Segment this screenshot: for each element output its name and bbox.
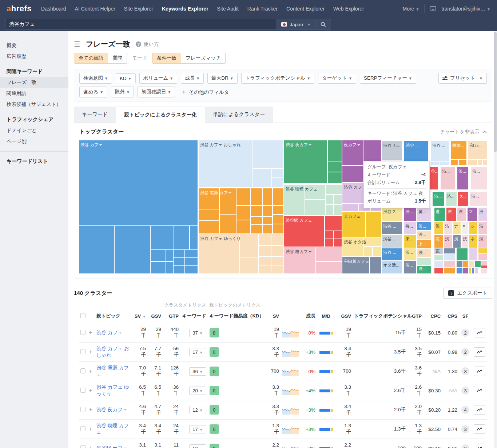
treemap-block[interactable] <box>271 257 283 265</box>
treemap-block[interactable] <box>263 217 272 224</box>
treemap-block[interactable] <box>444 254 455 260</box>
treemap-block[interactable] <box>272 178 283 187</box>
treemap-block[interactable] <box>441 167 455 189</box>
menu-icon[interactable]: ☰ <box>74 40 80 48</box>
treemap-block[interactable] <box>240 257 258 273</box>
filter-5[interactable]: 最大DR▼ <box>207 73 237 84</box>
sidebar-item-1-2[interactable]: 広告履歴 <box>0 51 68 62</box>
col-header-6[interactable]: GTP <box>163 311 180 323</box>
treemap-block[interactable] <box>481 269 487 273</box>
keywords-dropdown[interactable]: 12▼ <box>189 406 206 414</box>
treemap-block[interactable] <box>263 206 272 216</box>
expand-row-icon[interactable]: + <box>89 426 92 432</box>
treemap-block[interactable] <box>417 249 431 257</box>
word-toggle-2[interactable]: 質問 <box>108 53 127 64</box>
treemap-block[interactable] <box>478 222 487 234</box>
col-header-12[interactable]: M/D <box>317 311 335 323</box>
treemap-chart[interactable]: グループ: 夜カフェ キーワード~4合計ボリューム2.8千 キーワード: 渋谷 … <box>79 140 487 273</box>
treemap-block[interactable] <box>220 188 236 214</box>
treemap-block[interactable] <box>404 235 416 248</box>
filter-8[interactable]: SERPフィーチャー▼ <box>360 73 416 84</box>
treemap-block[interactable] <box>481 265 487 268</box>
row-checkbox[interactable] <box>80 368 86 373</box>
treemap-block[interactable] <box>457 268 462 273</box>
expand-row-icon[interactable]: + <box>89 445 92 448</box>
expand-row-icon[interactable]: + <box>89 368 92 374</box>
treemap-block[interactable] <box>342 212 365 237</box>
treemap-block[interactable] <box>434 208 445 221</box>
row-checkbox[interactable] <box>80 330 86 335</box>
col-header-11[interactable]: 成長 <box>299 311 317 323</box>
keywords-dropdown[interactable]: 37▼ <box>189 329 206 337</box>
treemap-block[interactable] <box>199 188 219 209</box>
filter-4[interactable]: 成長▼ <box>181 73 204 84</box>
treemap-block[interactable] <box>326 205 333 215</box>
treemap-block[interactable] <box>79 140 198 225</box>
treemap-block[interactable] <box>475 268 478 273</box>
treemap-block[interactable] <box>417 231 431 239</box>
device-icon[interactable] <box>430 6 436 11</box>
nav-item-8[interactable]: Web Explorer <box>333 6 364 12</box>
treemap-block[interactable] <box>478 248 487 253</box>
treemap-block[interactable] <box>236 206 250 220</box>
treemap-block[interactable] <box>251 217 262 224</box>
treemap-block[interactable] <box>430 167 438 189</box>
parent-topic-link[interactable]: 渋谷 カフェ <box>96 329 123 336</box>
treemap-block[interactable] <box>251 225 262 233</box>
treemap-block[interactable] <box>417 240 431 248</box>
row-checkbox[interactable] <box>80 407 86 412</box>
col-header-17[interactable]: CPS <box>442 311 459 323</box>
filter-2[interactable]: KD▼ <box>116 73 136 83</box>
treemap-block[interactable] <box>326 185 342 194</box>
treemap-block[interactable] <box>328 172 342 183</box>
col-header-13[interactable]: GSV <box>335 311 353 323</box>
treemap-block[interactable] <box>325 231 333 239</box>
parent-topic-link[interactable]: 渋谷 電源 カフェ <box>96 365 130 377</box>
treemap-block[interactable] <box>334 195 342 204</box>
nav-item-3[interactable]: Site Explorer <box>124 6 153 12</box>
treemap-block[interactable] <box>404 141 428 163</box>
open-trend-chart-button[interactable] <box>474 424 485 434</box>
treemap-block[interactable] <box>174 226 189 249</box>
treemap-block[interactable] <box>185 258 198 265</box>
treemap-block[interactable] <box>326 195 333 204</box>
treemap-block[interactable] <box>471 167 487 189</box>
treemap-block[interactable] <box>259 265 271 273</box>
nav-item-2[interactable]: AI Content Helper <box>75 6 115 12</box>
treemap-block[interactable] <box>451 160 458 165</box>
parent-topic-link[interactable]: 渋谷 カフェ ゆっくり <box>96 384 130 397</box>
treemap-block[interactable] <box>151 262 166 273</box>
treemap-block[interactable] <box>470 192 487 206</box>
treemap-block[interactable] <box>271 234 283 245</box>
hide-chart-button[interactable]: チャートを非表示 <box>440 129 487 135</box>
treemap-block[interactable] <box>325 239 333 247</box>
treemap-block[interactable] <box>174 266 184 273</box>
treemap-block[interactable] <box>220 215 236 233</box>
treemap-block[interactable] <box>434 268 443 273</box>
treemap-block[interactable] <box>434 222 443 234</box>
treemap-block[interactable] <box>444 261 455 267</box>
treemap-block[interactable] <box>115 226 150 273</box>
treemap-block[interactable] <box>431 141 449 161</box>
treemap-block[interactable] <box>272 169 283 177</box>
treemap-block[interactable] <box>457 261 462 267</box>
export-button[interactable]: ↓ エクスポート <box>443 288 492 299</box>
treemap-block[interactable] <box>79 226 114 273</box>
treemap-block[interactable] <box>417 222 431 230</box>
treemap-block[interactable] <box>462 222 468 234</box>
select-all-checkbox[interactable] <box>80 313 86 318</box>
treemap-block[interactable] <box>463 268 468 273</box>
filter-row2-1[interactable]: 含める▼ <box>79 87 107 97</box>
treemap-block[interactable] <box>382 235 402 248</box>
treemap-block[interactable] <box>151 226 174 249</box>
treemap-block[interactable] <box>444 235 452 248</box>
sidebar-item-3-2[interactable]: ページ別 <box>0 136 68 147</box>
treemap-block[interactable] <box>342 204 358 211</box>
treemap-block[interactable] <box>364 237 381 246</box>
treemap-block[interactable] <box>366 212 381 237</box>
treemap-block[interactable] <box>483 160 487 165</box>
expand-row-icon[interactable]: + <box>89 349 92 355</box>
treemap-block[interactable] <box>469 248 477 260</box>
treemap-block[interactable] <box>236 188 250 205</box>
treemap-block[interactable] <box>434 255 443 260</box>
